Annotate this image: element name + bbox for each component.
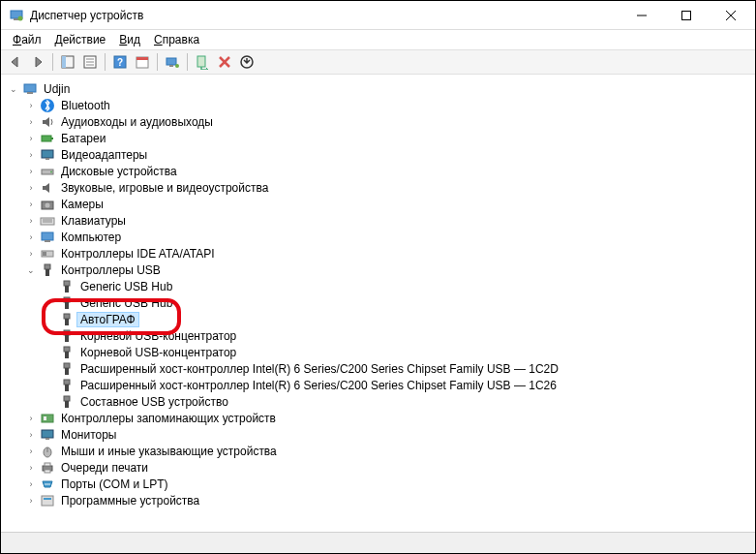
expander-closed-icon[interactable]: ›: [24, 494, 38, 508]
expander-closed-icon[interactable]: ›: [24, 198, 38, 211]
expander-closed-icon[interactable]: ›: [24, 247, 38, 261]
usb-device-icon: [59, 394, 75, 410]
svg-rect-56: [64, 380, 70, 385]
svg-rect-58: [64, 396, 70, 401]
tree-item-ide-ata[interactable]: › Контроллеры IDE ATA/ATAPI: [7, 245, 753, 262]
help-button[interactable]: ?: [109, 51, 131, 73]
expander-open-icon[interactable]: ⌄: [7, 82, 20, 96]
menu-action[interactable]: Действие: [49, 31, 112, 48]
window-controls: [620, 1, 753, 29]
computer-icon: [40, 230, 55, 245]
svg-rect-62: [42, 430, 53, 438]
tree-item-usb-device[interactable]: Составное USB устройство: [7, 393, 753, 410]
tree-label: Мыши и иные указывающие устройства: [59, 445, 279, 458]
tree-item-usb-device[interactable]: Корневой USB-концентратор: [7, 344, 753, 360]
tree-item-usb-device[interactable]: Расширенный хост-контроллер Intel(R) 6 S…: [7, 377, 753, 393]
tree-item-video-adapters[interactable]: › Видеоадаптеры: [7, 146, 753, 163]
show-hide-tree-button[interactable]: [57, 51, 78, 73]
expander-closed-icon[interactable]: ›: [24, 231, 38, 244]
usb-device-icon: [59, 312, 75, 327]
tree-item-software-devices[interactable]: › Программные устройства: [7, 492, 753, 508]
tree-item-audio[interactable]: › Аудиовходы и аудиовыходы: [7, 113, 753, 130]
tree-item-monitors[interactable]: › Мониторы: [7, 426, 753, 443]
enable-device-button[interactable]: [192, 51, 213, 73]
separator: [105, 53, 106, 71]
expander-closed-icon[interactable]: ›: [24, 148, 38, 162]
usb-device-icon: [59, 279, 75, 294]
usb-device-icon: [59, 361, 75, 377]
disk-icon: [40, 164, 55, 179]
tree-item-autograf[interactable]: АвтоГРАФ: [7, 311, 753, 327]
tree-item-usb-device[interactable]: Корневой USB-концентратор: [7, 327, 753, 344]
minimize-button[interactable]: [620, 1, 664, 29]
tree-item-sound-video-game[interactable]: › Звуковые, игровые и видеоустройства: [7, 179, 753, 196]
expander-closed-icon[interactable]: ›: [24, 165, 38, 178]
menu-view[interactable]: Вид: [113, 31, 146, 48]
expander-closed-icon[interactable]: ›: [24, 477, 38, 491]
tree-item-batteries[interactable]: › Батареи: [7, 130, 753, 146]
forward-button[interactable]: [27, 51, 48, 73]
tree-item-usb-device[interactable]: Generic USB Hub: [7, 294, 753, 311]
expander-closed-icon[interactable]: ›: [24, 115, 38, 129]
close-button[interactable]: [709, 1, 753, 29]
tree-label: Очереди печати: [59, 461, 150, 475]
tree-item-usb-controllers[interactable]: ⌄ Контроллеры USB: [7, 262, 753, 278]
tree-item-usb-device[interactable]: Generic USB Hub: [7, 278, 753, 294]
svg-rect-24: [24, 84, 36, 92]
tree-label: Звуковые, игровые и видеоустройства: [59, 181, 270, 195]
menu-file[interactable]: Файл: [7, 31, 47, 48]
svg-rect-72: [42, 496, 53, 506]
calendar-button[interactable]: [132, 51, 153, 73]
tree-item-ports[interactable]: › Порты (COM и LPT): [7, 476, 753, 492]
tree-label: Программные устройства: [59, 494, 201, 508]
separator: [157, 53, 158, 71]
tree-item-keyboards[interactable]: › Клавиатуры: [7, 212, 753, 229]
menu-help[interactable]: Справка: [148, 31, 205, 48]
expander-closed-icon[interactable]: ›: [24, 428, 38, 442]
mouse-icon: [40, 444, 55, 459]
usb-device-icon: [59, 345, 75, 360]
svg-rect-8: [62, 56, 66, 68]
expander-closed-icon[interactable]: ›: [24, 461, 38, 475]
computer-icon: [22, 81, 38, 97]
svg-rect-4: [682, 11, 691, 19]
svg-rect-59: [65, 401, 69, 408]
tree-item-computer[interactable]: › Компьютер: [7, 229, 753, 245]
expander-closed-icon[interactable]: ›: [24, 412, 38, 425]
tree-label: Корневой USB-концентратор: [78, 329, 238, 343]
back-button[interactable]: [5, 51, 26, 73]
tree-item-cameras[interactable]: › Камеры: [7, 196, 753, 212]
tree-label: Клавиатуры: [59, 214, 128, 228]
tree-label: Контроллеры IDE ATA/ATAPI: [59, 247, 217, 261]
tree-label: Аудиовходы и аудиовыходы: [59, 115, 215, 129]
audio-icon: [40, 114, 55, 130]
tree-item-bluetooth[interactable]: › Bluetooth: [7, 97, 753, 113]
scan-hardware-button[interactable]: [162, 51, 183, 73]
tree-root[interactable]: ⌄ Udjin: [7, 80, 753, 97]
tree-item-storage[interactable]: › Контроллеры запоминающих устройств: [7, 410, 753, 426]
uninstall-device-button[interactable]: [236, 51, 257, 73]
tree-item-print-queues[interactable]: › Очереди печати: [7, 459, 753, 476]
svg-point-70: [46, 483, 48, 485]
tree-item-usb-device[interactable]: Расширенный хост-контроллер Intel(R) 6 S…: [7, 360, 753, 377]
tree-label: Дисковые устройства: [59, 165, 179, 178]
svg-rect-16: [136, 57, 148, 60]
svg-rect-38: [42, 232, 53, 240]
expander-closed-icon[interactable]: ›: [24, 181, 38, 195]
svg-point-69: [45, 483, 46, 485]
tree-label: Порты (COM и LPT): [59, 477, 170, 491]
expander-closed-icon[interactable]: ›: [24, 132, 38, 145]
expander-closed-icon[interactable]: ›: [24, 445, 38, 458]
properties-button[interactable]: [79, 51, 101, 73]
usb-icon: [40, 262, 55, 278]
tree-item-disk-drives[interactable]: › Дисковые устройства: [7, 163, 753, 179]
device-tree-container[interactable]: ⌄ Udjin › Bluetooth › Аудиовходы и аудио…: [1, 75, 755, 532]
disable-device-button[interactable]: [214, 51, 235, 73]
tree-item-mice[interactable]: › Мыши и иные указывающие устройства: [7, 443, 753, 459]
expander-closed-icon[interactable]: ›: [24, 99, 38, 112]
expander-open-icon[interactable]: ⌄: [24, 263, 38, 277]
svg-rect-47: [65, 302, 69, 309]
expander-closed-icon[interactable]: ›: [24, 214, 38, 228]
software-icon: [40, 493, 55, 508]
maximize-button[interactable]: [664, 1, 709, 29]
